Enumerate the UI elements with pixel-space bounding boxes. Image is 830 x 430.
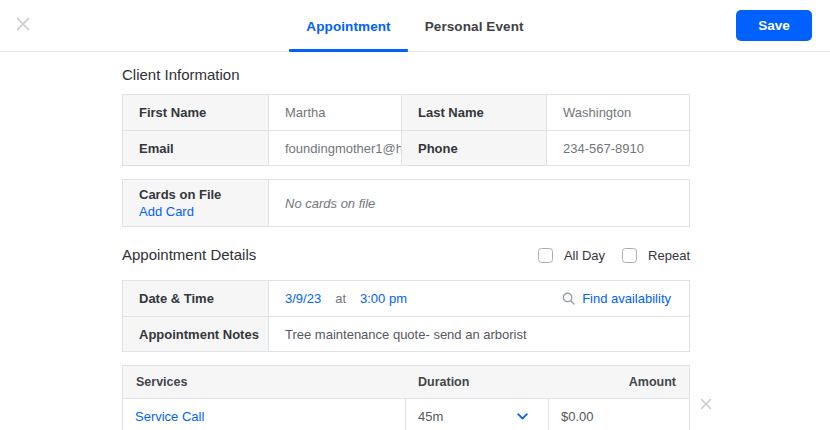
all-day-checkbox[interactable] bbox=[538, 248, 553, 263]
duration-column-header: Duration bbox=[405, 366, 548, 398]
all-day-checkbox-group[interactable]: All Day bbox=[538, 248, 605, 263]
last-name-field[interactable]: Washington bbox=[546, 95, 691, 130]
tab-bar: Appointment Personal Event bbox=[0, 0, 830, 52]
cards-on-file-table: Cards on File Add Card No cards on file bbox=[122, 179, 690, 227]
appointment-notes-field[interactable]: Tree maintenance quote- send an arborist bbox=[268, 316, 689, 351]
search-icon bbox=[562, 292, 575, 305]
last-name-label: Last Name bbox=[401, 95, 546, 130]
first-name-field[interactable]: Martha bbox=[268, 95, 401, 130]
appointment-details-header: Appointment Details All Day Repeat bbox=[122, 244, 690, 266]
date-time-table: Date & Time 3/9/23 at 3:00 pm Find avail… bbox=[122, 280, 690, 352]
services-table: Services Duration Amount Service Call 45… bbox=[122, 365, 690, 430]
client-information-title: Client Information bbox=[122, 65, 690, 85]
services-table-header: Services Duration Amount bbox=[123, 366, 689, 398]
repeat-checkbox-group[interactable]: Repeat bbox=[622, 248, 690, 263]
appointment-details-title: Appointment Details bbox=[122, 245, 256, 265]
duration-dropdown[interactable]: 45m bbox=[405, 398, 548, 430]
remove-service-button[interactable] bbox=[698, 396, 714, 412]
top-bar: Appointment Personal Event Save bbox=[0, 0, 830, 52]
cards-on-file-label-cell: Cards on File Add Card bbox=[123, 180, 268, 226]
remove-service-icon bbox=[700, 398, 712, 410]
all-day-label: All Day bbox=[564, 248, 605, 263]
tab-personal-event[interactable]: Personal Event bbox=[408, 0, 541, 52]
find-availability-link[interactable]: Find availability bbox=[562, 291, 671, 306]
table-row: Date & Time 3/9/23 at 3:00 pm Find avail… bbox=[123, 281, 689, 316]
chevron-down-icon bbox=[517, 413, 528, 420]
email-label: Email bbox=[123, 130, 268, 165]
date-time-separator: at bbox=[335, 291, 346, 306]
services-column-header: Services bbox=[123, 366, 405, 398]
cards-on-file-label: Cards on File bbox=[139, 187, 221, 202]
phone-field[interactable]: 234-567-8910 bbox=[546, 130, 691, 165]
no-cards-text: No cards on file bbox=[268, 180, 689, 226]
time-picker[interactable]: 3:00 pm bbox=[360, 291, 407, 306]
table-row: Cards on File Add Card No cards on file bbox=[123, 180, 689, 226]
duration-value: 45m bbox=[418, 409, 443, 424]
form-content: Client Information First Name Martha Las… bbox=[122, 65, 690, 430]
date-time-value-cell: 3/9/23 at 3:00 pm Find availability bbox=[268, 281, 689, 316]
client-info-table: First Name Martha Last Name Washington E… bbox=[122, 94, 690, 166]
save-button[interactable]: Save bbox=[736, 10, 812, 41]
tab-appointment[interactable]: Appointment bbox=[289, 0, 407, 52]
date-picker[interactable]: 3/9/23 bbox=[285, 291, 321, 306]
phone-label: Phone bbox=[401, 130, 546, 165]
amount-column-header: Amount bbox=[548, 366, 689, 398]
email-field[interactable]: foundingmother1@hotm bbox=[268, 130, 401, 165]
amount-field[interactable]: $0.00 bbox=[548, 398, 689, 430]
add-card-link[interactable]: Add Card bbox=[139, 204, 194, 219]
service-row: Service Call 45m $0.00 bbox=[123, 398, 689, 430]
date-time-values: 3/9/23 at 3:00 pm bbox=[285, 291, 407, 306]
toggle-options: All Day Repeat bbox=[538, 248, 690, 263]
table-row: Appointment Notes Tree maintenance quote… bbox=[123, 316, 689, 351]
find-availability-label: Find availability bbox=[582, 291, 671, 306]
date-time-label: Date & Time bbox=[123, 281, 268, 316]
appointment-notes-label: Appointment Notes bbox=[123, 316, 268, 351]
table-row: Email foundingmother1@hotm Phone 234-567… bbox=[123, 130, 689, 165]
repeat-label: Repeat bbox=[648, 248, 690, 263]
first-name-label: First Name bbox=[123, 95, 268, 130]
table-row: First Name Martha Last Name Washington bbox=[123, 95, 689, 130]
repeat-checkbox[interactable] bbox=[622, 248, 637, 263]
service-name-link[interactable]: Service Call bbox=[123, 398, 405, 430]
